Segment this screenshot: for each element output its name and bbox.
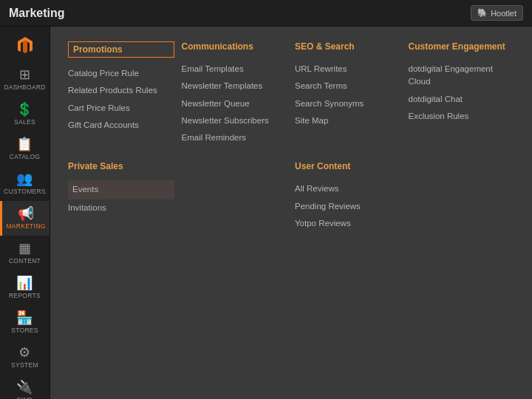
content-icon: ▦ bbox=[18, 242, 31, 255]
page-title: Marketing bbox=[9, 7, 65, 20]
menu-section-empty1 bbox=[182, 161, 288, 232]
sidebar-item-label-sales: SALES bbox=[14, 118, 35, 126]
menu-item-private-sales-1[interactable]: Invitations bbox=[68, 200, 174, 216]
menu-section-communications: CommunicationsEmail TemplatesNewsletter … bbox=[182, 41, 288, 146]
menu-item-promotions-2[interactable]: Cart Price Rules bbox=[68, 100, 174, 117]
menu-section-empty2 bbox=[409, 161, 515, 232]
menu-item-user-content-2[interactable]: Yotpo Reviews bbox=[295, 215, 401, 232]
menu-section-promotions: PromotionsCatalog Price RuleRelated Prod… bbox=[68, 41, 174, 146]
section-title-customer-engagement: Customer Engagement bbox=[409, 41, 515, 53]
magento-logo bbox=[15, 35, 35, 56]
section-title-user-content: User Content bbox=[295, 161, 401, 173]
reports-icon: 📊 bbox=[16, 276, 33, 290]
hootlet-logo: 🐘 bbox=[477, 8, 488, 18]
menu-item-communications-4[interactable]: Email Reminders bbox=[182, 129, 288, 146]
menu-item-user-content-1[interactable]: Pending Reviews bbox=[295, 198, 401, 215]
menu-item-seo-search-3[interactable]: Site Map bbox=[295, 112, 401, 129]
customers-icon: 👥 bbox=[16, 172, 33, 185]
top-bar: Marketing 🐘 Hootlet bbox=[0, 0, 532, 27]
menu-item-promotions-3[interactable]: Gift Card Accounts bbox=[68, 117, 174, 134]
menu-item-communications-0[interactable]: Email Templates bbox=[182, 61, 288, 78]
sidebar-item-system[interactable]: ⚙SYSTEM bbox=[0, 340, 50, 375]
menu-item-seo-search-2[interactable]: Search Synonyms bbox=[295, 95, 401, 112]
menu-item-private-sales-0[interactable]: Events bbox=[68, 180, 174, 199]
sidebar-item-label-system: SYSTEM bbox=[11, 361, 38, 369]
content-area: PromotionsCatalog Price RuleRelated Prod… bbox=[50, 27, 532, 399]
menu-item-seo-search-1[interactable]: Search Terms bbox=[295, 78, 401, 95]
hootlet-button[interactable]: 🐘 Hootlet bbox=[471, 5, 523, 21]
menu-item-customer-engagement-0[interactable]: dotdigital Engagement Cloud bbox=[409, 61, 515, 91]
section-title-seo-search: SEO & Search bbox=[295, 41, 401, 53]
sidebar-item-customers[interactable]: 👥CUSTOMERS bbox=[0, 166, 50, 201]
menu-item-customer-engagement-1[interactable]: dotdigital Chat bbox=[409, 91, 515, 108]
sidebar-item-label-reports: REPORTS bbox=[9, 292, 41, 299]
menu-item-user-content-0[interactable]: All Reviews bbox=[295, 180, 401, 197]
sales-icon: 💲 bbox=[16, 103, 33, 116]
menu-item-customer-engagement-2[interactable]: Exclusion Rules bbox=[409, 108, 515, 125]
sidebar-item-find-partners[interactable]: 🔌FIND PARTNERS & EXTENSIONS bbox=[0, 375, 50, 399]
menu-section-customer-engagement: Customer Engagementdotdigital Engagement… bbox=[409, 41, 515, 146]
sidebar-item-label-catalog: CATALOG bbox=[10, 153, 40, 160]
app-frame: Marketing 🐘 Hootlet ⊞DASHBOARD💲SALES📋CAT… bbox=[0, 0, 532, 399]
menu-section-private-sales: Private SalesEventsInvitations bbox=[68, 161, 174, 232]
menu-item-promotions-0[interactable]: Catalog Price Rule bbox=[68, 65, 174, 82]
section-title-private-sales: Private Sales bbox=[68, 161, 174, 173]
find-partners-icon: 🔌 bbox=[16, 381, 33, 394]
sidebar-item-label-stores: STORES bbox=[11, 327, 38, 334]
sidebar-item-sales[interactable]: 💲SALES bbox=[0, 97, 50, 132]
menu-item-communications-1[interactable]: Newsletter Templates bbox=[182, 78, 288, 95]
menu-item-communications-3[interactable]: Newsletter Subscribers bbox=[182, 112, 288, 129]
sidebar: ⊞DASHBOARD💲SALES📋CATALOG👥CUSTOMERS📢MARKE… bbox=[0, 27, 50, 399]
catalog-icon: 📋 bbox=[16, 137, 33, 151]
hootlet-label: Hootlet bbox=[491, 9, 516, 18]
dashboard-icon: ⊞ bbox=[19, 68, 30, 81]
menu-item-seo-search-0[interactable]: URL Rewrites bbox=[295, 61, 401, 78]
section-title-promotions: Promotions bbox=[68, 41, 174, 58]
menu-section-seo-search: SEO & SearchURL RewritesSearch TermsSear… bbox=[295, 41, 401, 146]
sidebar-item-content[interactable]: ▦CONTENT bbox=[0, 236, 50, 270]
sidebar-item-label-customers: CUSTOMERS bbox=[4, 188, 46, 195]
sidebar-item-reports[interactable]: 📊REPORTS bbox=[0, 270, 50, 305]
menu-item-communications-2[interactable]: Newsletter Queue bbox=[182, 95, 288, 112]
menu-item-promotions-1[interactable]: Related Products Rules bbox=[68, 82, 174, 99]
sidebar-item-catalog[interactable]: 📋CATALOG bbox=[0, 132, 50, 166]
sidebar-item-label-dashboard: DASHBOARD bbox=[4, 83, 46, 91]
system-icon: ⚙ bbox=[18, 346, 30, 359]
sidebar-item-label-marketing: MARKETING bbox=[6, 222, 45, 230]
sidebar-item-stores[interactable]: 🏪STORES bbox=[0, 305, 50, 340]
stores-icon: 🏪 bbox=[16, 311, 33, 324]
menu-grid-row2: Private SalesEventsInvitationsUser Conte… bbox=[68, 161, 514, 232]
main-layout: ⊞DASHBOARD💲SALES📋CATALOG👥CUSTOMERS📢MARKE… bbox=[0, 27, 532, 399]
menu-grid-row1: PromotionsCatalog Price RuleRelated Prod… bbox=[68, 41, 514, 146]
svg-marker-1 bbox=[23, 41, 27, 53]
marketing-icon: 📢 bbox=[18, 207, 34, 220]
menu-section-user-content: User ContentAll ReviewsPending ReviewsYo… bbox=[295, 161, 401, 232]
sidebar-item-label-find-partners: FIND PARTNERS & EXTENSIONS bbox=[3, 396, 47, 399]
section-title-communications: Communications bbox=[182, 41, 288, 53]
sidebar-item-marketing[interactable]: 📢MARKETING bbox=[0, 201, 50, 236]
sidebar-item-label-content: CONTENT bbox=[9, 257, 41, 265]
sidebar-item-dashboard[interactable]: ⊞DASHBOARD bbox=[0, 62, 50, 97]
